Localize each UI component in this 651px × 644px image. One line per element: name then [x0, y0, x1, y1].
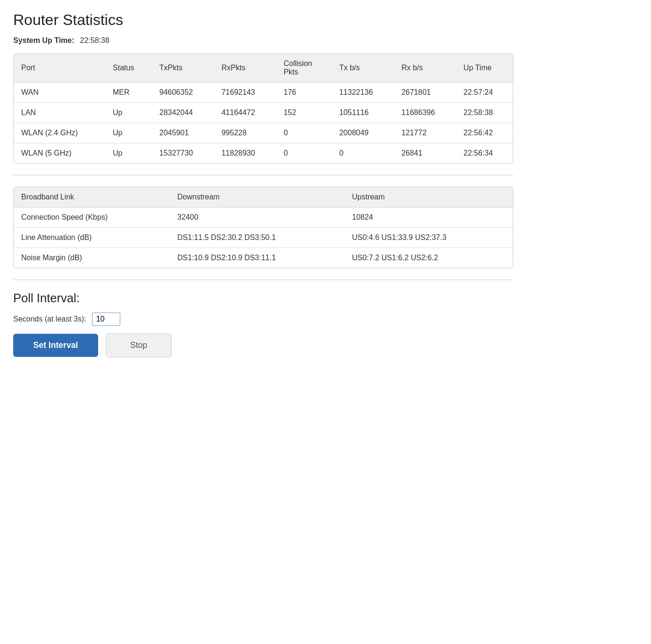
poll-section: Poll Interval: Seconds (at least 3s): Se…	[13, 291, 638, 357]
table-row: Connection Speed (Kbps)3240010824	[14, 207, 513, 228]
system-uptime-value: 22:58:38	[80, 36, 109, 45]
poll-interval-row: Seconds (at least 3s):	[13, 313, 638, 326]
stop-button[interactable]: Stop	[106, 333, 172, 357]
uptime-col-header: Up Time	[456, 54, 513, 83]
system-uptime: System Up Time: 22:58:38	[13, 36, 638, 45]
broadband-table: Broadband Link Downstream Upstream Conne…	[13, 187, 513, 268]
table-row: LANUp28342044411644721521051116116863962…	[14, 103, 513, 123]
set-interval-button[interactable]: Set Interval	[13, 334, 98, 357]
rxpkts-col-header: RxPkts	[214, 54, 276, 83]
port-col-header: Port	[14, 54, 105, 83]
broadband-link-col-header: Broadband Link	[14, 187, 170, 207]
poll-section-title: Poll Interval:	[13, 291, 638, 305]
poll-interval-input[interactable]	[92, 313, 120, 326]
txbs-col-header: Tx b/s	[332, 54, 394, 83]
table-row: WANMER9460635271692143176113221362671801…	[14, 83, 513, 103]
rxbs-col-header: Rx b/s	[394, 54, 456, 83]
downstream-col-header: Downstream	[170, 187, 344, 207]
system-uptime-label: System Up Time:	[13, 36, 75, 45]
divider-1	[13, 175, 513, 175]
table-row: Line Attenuation (dB)DS1:11.5 DS2:30.2 D…	[14, 228, 513, 248]
collision-col-header: CollisionPkts	[276, 54, 332, 83]
page-title: Router Statistics	[13, 11, 638, 29]
table-row: Noise Margin (dB)DS1:10.9 DS2:10.9 DS3:1…	[14, 248, 513, 268]
port-table-header-row: Port Status TxPkts RxPkts CollisionPkts …	[14, 54, 513, 83]
table-row: WLAN (2.4 GHz)Up204590199522802008049121…	[14, 123, 513, 143]
poll-buttons-row: Set Interval Stop	[13, 333, 638, 357]
table-row: WLAN (5 GHz)Up1532773011828930002684122:…	[14, 143, 513, 164]
status-col-header: Status	[105, 54, 152, 83]
upstream-col-header: Upstream	[344, 187, 513, 207]
broadband-header-row: Broadband Link Downstream Upstream	[14, 187, 513, 207]
divider-2	[13, 280, 513, 280]
port-stats-table: Port Status TxPkts RxPkts CollisionPkts …	[13, 53, 513, 164]
txpkts-col-header: TxPkts	[152, 54, 214, 83]
poll-seconds-label: Seconds (at least 3s):	[13, 315, 86, 323]
